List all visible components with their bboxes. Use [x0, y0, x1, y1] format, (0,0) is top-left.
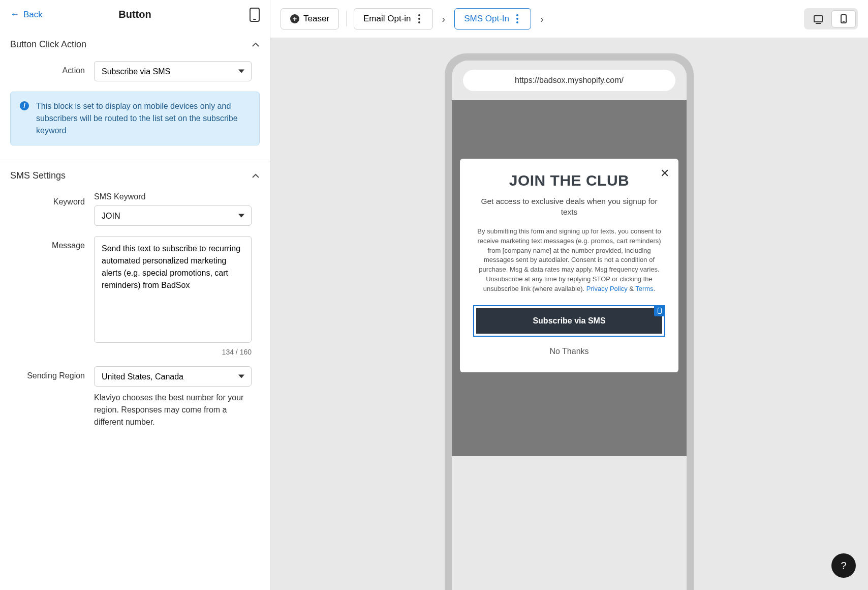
email-optin-label: Email Opt-in [363, 14, 411, 24]
preview-canvas: + Teaser Email Opt-in › SMS Opt-In › [270, 0, 868, 590]
teaser-label: Teaser [303, 14, 329, 24]
keyword-select-wrap: JOIN [94, 205, 252, 226]
field-message: Message Send this text to subscribe to r… [10, 236, 260, 356]
page-title: Button [118, 9, 151, 20]
arrow-left-icon: ← [10, 9, 19, 20]
keyword-select[interactable]: JOIN [94, 205, 252, 226]
help-button[interactable]: ? [831, 553, 856, 578]
back-label: Back [23, 10, 43, 20]
section-header[interactable]: Button Click Action [10, 39, 260, 50]
section-title: SMS Settings [10, 170, 66, 181]
device-toggle [804, 8, 858, 29]
section-header[interactable]: SMS Settings [10, 170, 260, 181]
canvas-toolbar: + Teaser Email Opt-in › SMS Opt-In › [270, 0, 868, 38]
no-thanks-link[interactable]: No Thanks [473, 347, 665, 356]
kebab-icon[interactable] [415, 14, 423, 23]
chevron-right-icon: › [440, 13, 448, 25]
page-content: ✕ JOIN THE CLUB Get access to exclusive … [452, 100, 687, 456]
keyword-sublabel: SMS Keyword [94, 192, 252, 201]
field-label: Sending Region [10, 366, 94, 380]
cta-selected-frame[interactable]: Subscribe via SMS [473, 305, 665, 337]
region-select-wrap: United States, Canada [94, 366, 252, 387]
chevron-up-icon [252, 41, 260, 49]
mobile-icon [841, 14, 847, 23]
mobile-badge [654, 305, 665, 316]
phone-frame: https://badsox.myshopify.com/ ✕ JOIN THE… [445, 53, 694, 590]
region-select[interactable]: United States, Canada [94, 366, 252, 387]
popup-subtitle: Get access to exclusive deals when you s… [478, 196, 661, 218]
popup-title: JOIN THE CLUB [473, 172, 665, 189]
email-optin-step[interactable]: Email Opt-in [354, 8, 433, 29]
action-select[interactable]: Subscribe via SMS [94, 61, 252, 81]
mobile-view-button[interactable] [831, 10, 856, 27]
chevron-up-icon [252, 172, 260, 180]
desktop-icon [814, 15, 823, 22]
phone-screen: https://badsox.myshopify.com/ ✕ JOIN THE… [452, 61, 687, 590]
region-helper: Klaviyo chooses the best number for your… [94, 392, 252, 428]
info-text: This block is set to display on mobile d… [36, 100, 250, 137]
message-textarea[interactable]: Send this text to subscribe to recurring… [94, 236, 252, 343]
chevron-right-icon: › [538, 13, 546, 25]
canvas-body: https://badsox.myshopify.com/ ✕ JOIN THE… [270, 38, 868, 590]
section-button-click-action: Button Click Action Action Subscribe via… [0, 29, 270, 160]
legal-text: By submitting this form and signing up f… [477, 227, 661, 292]
section-sms-settings: SMS Settings Keyword SMS Keyword JOIN Me… [0, 160, 270, 449]
sms-optin-step[interactable]: SMS Opt-In [454, 8, 531, 29]
action-select-wrap: Subscribe via SMS [94, 61, 252, 81]
close-icon[interactable]: ✕ [660, 167, 669, 180]
info-icon: i [20, 101, 29, 110]
settings-sidebar: ← Back Button Button Click Action Action… [0, 0, 270, 590]
info-callout: i This block is set to display on mobile… [10, 92, 260, 145]
sms-optin-label: SMS Opt-In [464, 14, 509, 24]
terms-link[interactable]: Terms [635, 285, 653, 292]
section-title: Button Click Action [10, 39, 86, 50]
legal-amp: & [628, 285, 636, 292]
field-label: Action [10, 61, 94, 75]
back-button[interactable]: ← Back [10, 9, 43, 20]
char-count: 134 / 160 [94, 348, 252, 356]
plus-circle-icon: + [290, 14, 299, 23]
desktop-view-button[interactable] [806, 10, 830, 27]
field-label: Message [10, 236, 94, 250]
subscribe-button[interactable]: Subscribe via SMS [476, 308, 662, 334]
teaser-button[interactable]: + Teaser [281, 8, 339, 29]
field-sending-region: Sending Region United States, Canada Kla… [10, 366, 260, 428]
sidebar-header: ← Back Button [0, 0, 270, 29]
signup-popup: ✕ JOIN THE CLUB Get access to exclusive … [460, 159, 678, 372]
popup-legal: By submitting this form and signing up f… [473, 227, 665, 294]
field-action: Action Subscribe via SMS [10, 61, 260, 81]
legal-period: . [654, 285, 656, 292]
mobile-icon [658, 308, 662, 314]
url-bar-area: https://badsox.myshopify.com/ [452, 61, 687, 100]
field-label: Keyword [10, 192, 94, 206]
divider [346, 11, 347, 26]
privacy-link[interactable]: Privacy Policy [586, 285, 628, 292]
url-bar: https://badsox.myshopify.com/ [463, 70, 675, 91]
kebab-icon[interactable] [513, 14, 521, 23]
mobile-icon [250, 8, 260, 22]
field-keyword: Keyword SMS Keyword JOIN [10, 192, 260, 226]
